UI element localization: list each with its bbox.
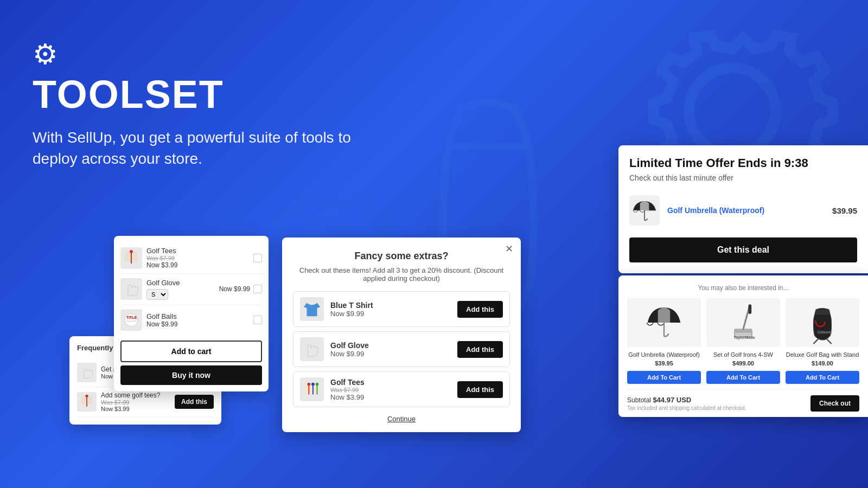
add-this-button[interactable]: Add this [175, 395, 214, 409]
offer-price: $39.95 [832, 206, 857, 215]
price-now: Now $9.99 [219, 285, 250, 293]
product-name: Golf Tees [146, 247, 249, 255]
product-info: Golf Glove SML [142, 279, 219, 300]
extras-title: Fancy some extras? [293, 251, 510, 262]
crosssell-widget: You may also be interested in... Golf Um… [618, 275, 868, 417]
size-select[interactable]: SML [146, 289, 168, 300]
hero-subtitle: With SellUp, you get a powerful suite of… [33, 127, 369, 169]
price-was: Was $7.99 [146, 255, 249, 261]
svg-text:TaylorMade: TaylorMade [733, 335, 755, 340]
price-now: Now $9.99 [146, 320, 249, 328]
svg-text:TiTLE: TiTLE [126, 316, 137, 319]
item-name: Blue T Shirt [330, 301, 451, 310]
crosssell-item: TaylorMade Set of Golf Irons 4-SW $499.0… [706, 298, 780, 384]
crosssell-price: $499.00 [706, 360, 780, 367]
crosssell-footer: Subtotal $44.97 USD Tax included and shi… [627, 389, 859, 417]
crosssell-name: Set of Golf Irons 4-SW [706, 351, 780, 358]
item-info: Blue T Shirt Now $9.99 [324, 301, 457, 318]
extra-item: Golf Glove Now $9.99 Add this [293, 331, 510, 367]
item-price: Now $3.99 [330, 393, 451, 401]
extras-subtitle: Check out these items! Add all 3 to get … [293, 266, 510, 282]
extras-modal: ✕ Fancy some extras? Check out these ite… [282, 237, 521, 432]
crosssell-image: TaylorMade [706, 298, 780, 347]
app-title: TOOLSET [33, 75, 369, 114]
product-row: TiTLE Golf Balls Now $9.99 [120, 305, 262, 335]
hero-section: ⚙ TOOLSET With SellUp, you get a powerfu… [33, 38, 369, 169]
add-this-button[interactable]: Add this [457, 301, 503, 318]
svg-line-25 [827, 339, 831, 343]
product-image [120, 278, 142, 300]
offer-widget: Limited Time Offer Ends in 9:38 Check ou… [618, 145, 868, 273]
item-price: Now $9.99 [330, 310, 451, 318]
item-info: Golf Glove Now $9.99 [324, 341, 457, 358]
subtotal-label: Subtotal $44.97 USD [627, 396, 746, 404]
crosssell-name: Golf Umbrella (Waterproof) [627, 351, 701, 358]
product-image: TiTLE [120, 309, 142, 331]
tax-note: Tax included and shipping calculated at … [627, 405, 746, 411]
buy-now-button[interactable]: Buy it now [120, 365, 262, 385]
product-info: Golf Tees Was $7.99 Now $3.99 [142, 247, 253, 269]
item-image [77, 392, 97, 412]
product-image [120, 247, 142, 269]
svg-rect-20 [736, 330, 751, 333]
continue-link[interactable]: Continue [387, 415, 416, 423]
item-price-was: Was $7.99 [101, 399, 170, 406]
crosssell-price: $39.95 [627, 360, 701, 367]
add-this-button[interactable]: Add this [457, 341, 503, 358]
crosssell-name: Deluxe Golf Bag with Stand [786, 351, 859, 358]
crosssell-products: Golf Umbrella (Waterproof) $39.95 Add To… [627, 298, 859, 384]
subtotal-section: Subtotal $44.97 USD Tax included and shi… [627, 396, 746, 411]
item-name: Golf Glove [330, 341, 451, 350]
product-checkbox[interactable] [253, 254, 262, 262]
offer-subtitle: Check out this last minute offer [629, 174, 857, 182]
get-deal-button[interactable]: Get this deal [629, 237, 857, 262]
item-name: Add some golf tees? [101, 391, 170, 399]
crosssell-item: Golf Umbrella (Waterproof) $39.95 Add To… [627, 298, 701, 384]
crosssell-image: Callaway [786, 298, 859, 347]
add-to-cart-button[interactable]: Add To Cart [786, 371, 859, 384]
item-price-was: Was $7.99 [330, 387, 451, 393]
close-button[interactable]: ✕ [505, 243, 513, 255]
frequently-bought-item: Add some golf tees? Was $7.99 Now $3.99 … [77, 387, 214, 417]
item-image [300, 337, 324, 361]
item-info: Add some golf tees? Was $7.99 Now $3.99 [97, 391, 175, 412]
svg-point-0 [689, 68, 776, 155]
crosssell-price: $149.00 [786, 360, 859, 367]
offer-product: Golf Umbrella (Waterproof) $39.95 [629, 191, 857, 230]
add-to-cart-button[interactable]: Add To Cart [627, 371, 701, 384]
product-row: Golf Glove SML Now $9.99 [120, 274, 262, 305]
product-row: Golf Tees Was $7.99 Now $3.99 [120, 242, 262, 274]
offer-product-image [629, 195, 660, 226]
continue-section: Continue [293, 414, 510, 423]
add-to-cart-button[interactable]: Add To Cart [706, 371, 780, 384]
crosssell-title: You may also be interested in... [627, 284, 859, 292]
product-list-widget: Golf Tees Was $7.99 Now $3.99 Golf Glove… [114, 236, 269, 391]
offer-product-name: Golf Umbrella (Waterproof) [660, 206, 832, 215]
item-price-now: Now $3.99 [101, 406, 170, 412]
crosssell-item: Callaway Deluxe Golf Bag with Stand $149… [786, 298, 859, 384]
svg-rect-22 [749, 304, 752, 314]
item-price: Now $9.99 [330, 350, 451, 358]
item-name: Golf Tees [330, 378, 451, 387]
offer-title: Limited Time Offer Ends in 9:38 [629, 156, 857, 170]
subtotal-amount: $44.97 USD [653, 396, 691, 404]
product-info: Golf Balls Now $9.99 [142, 312, 253, 328]
price-now: Now $3.99 [146, 261, 249, 269]
extra-item: Blue T Shirt Now $9.99 Add this [293, 291, 510, 327]
item-image [300, 377, 324, 401]
item-info: Golf Tees Was $7.99 Now $3.99 [324, 378, 457, 401]
item-image [300, 297, 324, 321]
checkout-button[interactable]: Check out [810, 395, 859, 412]
add-to-cart-button[interactable]: Add to cart [120, 341, 262, 362]
product-checkbox[interactable] [253, 316, 262, 324]
svg-line-24 [814, 339, 818, 343]
crosssell-image [627, 298, 701, 347]
product-name: Golf Balls [146, 312, 249, 320]
svg-text:Callaway: Callaway [817, 330, 832, 335]
product-checkbox[interactable] [253, 285, 262, 293]
item-image [77, 363, 97, 382]
gear-icon: ⚙ [33, 38, 369, 70]
extra-item: Golf Tees Was $7.99 Now $3.99 Add this [293, 371, 510, 407]
add-this-button[interactable]: Add this [457, 381, 503, 398]
product-name: Golf Glove [146, 279, 215, 287]
